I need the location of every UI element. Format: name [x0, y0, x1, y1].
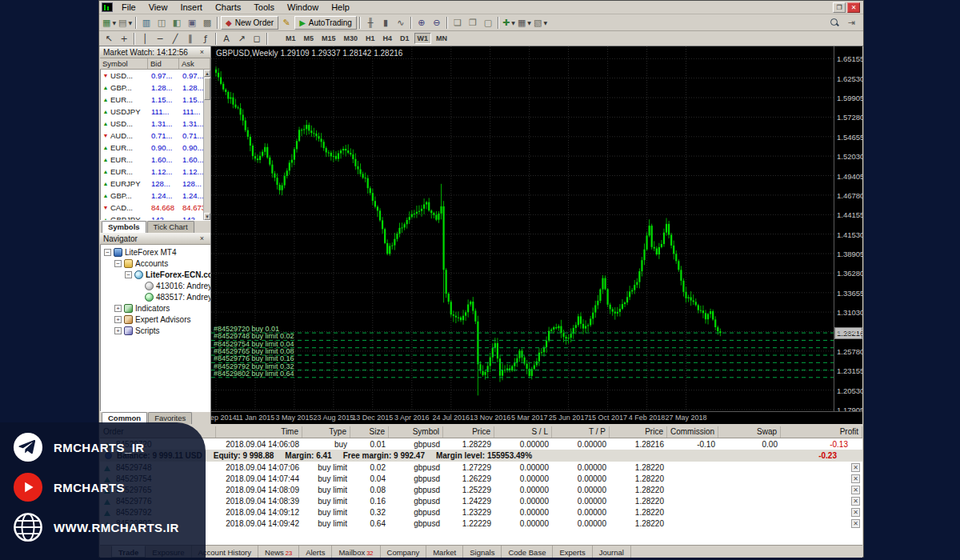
cursor-icon[interactable]: ↖: [102, 32, 116, 46]
market-watch-row[interactable]: ▲EURJPY128...128...: [101, 178, 210, 190]
timeframe-d1[interactable]: D1: [397, 33, 413, 44]
close-button[interactable]: ✕: [847, 2, 860, 13]
balance-row[interactable]: Balance: 9 999.11 USDEquity: 9 998.88Mar…: [100, 450, 862, 462]
market-watch-scrollbar[interactable]: ▲ ▼: [203, 70, 210, 220]
collapse-icon[interactable]: −: [125, 271, 132, 278]
menu-file[interactable]: File: [115, 2, 142, 13]
templates-icon[interactable]: ▧▼: [533, 16, 548, 30]
pending-order-row[interactable]: 845297652018.09.04 14:08:09buy limit0.08…: [100, 484, 862, 495]
crosshair-icon[interactable]: +: [117, 32, 131, 46]
zoom-out-icon[interactable]: ⊖: [430, 16, 444, 30]
menu-help[interactable]: Help: [325, 2, 356, 13]
delete-order-icon[interactable]: ✕: [851, 474, 860, 483]
vertical-line-icon[interactable]: │: [138, 32, 152, 46]
market-watch-icon[interactable]: ▥: [139, 16, 154, 30]
delete-order-icon[interactable]: ✕: [851, 508, 860, 517]
collapse-icon[interactable]: −: [114, 260, 122, 267]
timeframe-h1[interactable]: H1: [362, 33, 378, 44]
terminal-column-price[interactable]: Price: [443, 426, 494, 438]
pending-order-row[interactable]: 845297482018.09.04 14:07:06buy limit0.02…: [100, 462, 862, 473]
terminal-column-time[interactable]: Time: [216, 426, 302, 438]
tree-item-accounts[interactable]: −Accounts: [101, 258, 210, 269]
search-icon[interactable]: [827, 16, 842, 30]
tree-item-indicators[interactable]: +Indicators: [101, 302, 210, 314]
timeframe-m15[interactable]: M15: [318, 33, 339, 44]
arrow-tool-icon[interactable]: ↗: [234, 32, 249, 46]
market-watch-row[interactable]: ▼CAD...84.66884.673: [101, 202, 210, 214]
arrange-windows-icon[interactable]: ▢: [481, 16, 495, 30]
expand-icon[interactable]: +: [114, 316, 122, 323]
pending-order-row[interactable]: 845298022018.09.04 14:09:42buy limit0.64…: [100, 518, 862, 529]
terminal-column-commission[interactable]: Commission: [667, 426, 718, 438]
market-watch-row[interactable]: ▲GBPJPY142...142...: [101, 214, 210, 220]
tree-item-expert-advisors[interactable]: +Expert Advisors: [101, 314, 210, 325]
pending-order-row[interactable]: 845297762018.09.04 14:08:39buy limit0.16…: [100, 495, 862, 506]
candlestick-chart[interactable]: [211, 46, 835, 411]
market-watch-row[interactable]: ▼AUD...0.71...0.71...: [101, 130, 210, 142]
menu-view[interactable]: View: [142, 2, 174, 13]
terminal-tab-news[interactable]: News23: [258, 546, 299, 558]
tab-tick-chart[interactable]: Tick Chart: [147, 221, 194, 233]
market-watch-row[interactable]: ▲USDJPY111...111...: [101, 106, 210, 118]
terminal-tab-alerts[interactable]: Alerts: [299, 546, 332, 558]
delete-order-icon[interactable]: ✕: [851, 497, 860, 506]
market-watch-row[interactable]: ▲EUR...1.12...1.12...: [101, 166, 210, 178]
pending-order-row[interactable]: 845297542018.09.04 14:07:44buy limit0.04…: [100, 473, 862, 484]
terminal-column-size[interactable]: Size: [350, 426, 389, 438]
menu-window[interactable]: Window: [281, 2, 325, 13]
menu-charts[interactable]: Charts: [209, 2, 247, 13]
terminal-column-price[interactable]: Price: [610, 426, 667, 438]
chart-window[interactable]: GBPUSD,Weekly 1.29109 1.29337 1.28142 1.…: [211, 46, 862, 424]
terminal-column-swap[interactable]: Swap: [718, 426, 781, 438]
terminal-tab-signals[interactable]: Signals: [463, 546, 502, 558]
chart-order-label[interactable]: #84529802 buy limit 0.64: [214, 370, 294, 378]
terminal-column-sl[interactable]: S / L: [494, 426, 552, 438]
terminal-column-tp[interactable]: T / P: [552, 426, 610, 438]
menu-insert[interactable]: Insert: [174, 2, 209, 13]
market-watch-row[interactable]: ▲EUR...1.15...1.15...: [101, 94, 210, 106]
price-scale[interactable]: 1.28216 1.651551.625301.599051.572801.54…: [834, 46, 862, 411]
expand-icon[interactable]: +: [114, 327, 122, 334]
market-watch-row[interactable]: ▲GBP...1.28...1.28...: [101, 82, 210, 94]
market-watch-row[interactable]: ▲EUR...1.60...1.60...: [101, 154, 210, 166]
channel-icon[interactable]: ∥: [183, 32, 198, 46]
autotrading-button[interactable]: ▶AutoTrading: [294, 16, 357, 30]
column-header-ask[interactable]: Ask: [179, 58, 210, 69]
fibonacci-icon[interactable]: ƒ: [198, 32, 213, 46]
profiles-icon[interactable]: ▤▼: [118, 16, 133, 30]
market-watch-row[interactable]: ▲USD...1.31...1.31...: [101, 118, 210, 130]
column-header-bid[interactable]: Bid: [148, 58, 179, 69]
navigator-icon[interactable]: ◧: [170, 16, 184, 30]
timeframe-h4[interactable]: H4: [380, 33, 396, 44]
terminal-tab-code-base[interactable]: Code Base: [502, 546, 553, 558]
market-watch-row[interactable]: ▼USD...0.97...0.97...: [101, 70, 210, 82]
new-order-button[interactable]: ◆New Order: [221, 16, 278, 30]
tree-item-scripts[interactable]: +Scripts: [101, 325, 210, 336]
column-header-symbol[interactable]: Symbol: [100, 58, 148, 69]
expand-icon[interactable]: +: [114, 305, 122, 312]
timeframe-m5[interactable]: M5: [301, 33, 318, 44]
close-icon[interactable]: ×: [197, 47, 207, 57]
tree-item-483517-andrey-s[interactable]: 483517: Andrey S: [101, 291, 210, 302]
cascade-windows-icon[interactable]: ❐: [466, 16, 480, 30]
terminal-tab-mailbox[interactable]: Mailbox32: [332, 546, 380, 558]
candlestick-icon[interactable]: ▮: [378, 16, 393, 30]
text-icon[interactable]: A: [219, 32, 234, 46]
strategy-tester-icon[interactable]: ▩: [200, 16, 214, 30]
shapes-icon[interactable]: ◻: [250, 32, 264, 46]
tab-symbols[interactable]: Symbols: [102, 221, 146, 233]
timeframe-m1[interactable]: M1: [282, 33, 299, 44]
market-watch-row[interactable]: ▲EUR...0.90...0.90...: [101, 142, 210, 154]
delete-order-icon[interactable]: ✕: [851, 519, 860, 528]
terminal-tab-company[interactable]: Company: [381, 546, 427, 558]
indicators-icon[interactable]: ✚▼: [502, 16, 516, 30]
terminal-tab-market[interactable]: Market: [426, 546, 463, 558]
metaeditor-icon[interactable]: ✎: [279, 16, 294, 30]
terminal-column-type[interactable]: Type: [302, 426, 350, 438]
collapse-icon[interactable]: −: [104, 249, 111, 256]
date-axis[interactable]: 21 Sep 201411 Jan 20153 May 201523 Aug 2…: [211, 411, 862, 424]
scroll-up-icon[interactable]: ▲: [204, 70, 210, 77]
restore-button[interactable]: ❐: [833, 2, 846, 13]
chart-shift-icon[interactable]: ⇥: [844, 16, 858, 30]
bar-chart-icon[interactable]: ╫: [363, 16, 378, 30]
